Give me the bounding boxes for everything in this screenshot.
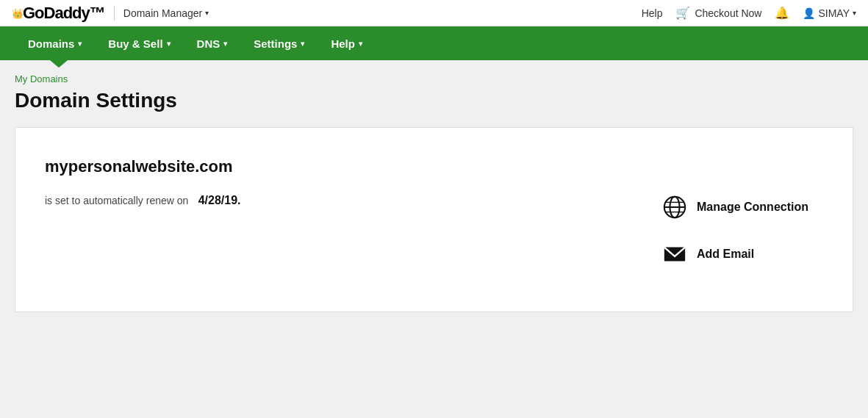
- cart-icon: 🛒: [675, 6, 690, 20]
- green-nav: Domains ▾ Buy & Sell ▾ DNS ▾ Settings ▾ …: [0, 26, 868, 60]
- nav-settings[interactable]: Settings ▾: [240, 26, 318, 60]
- manage-connection-label: Manage Connection: [697, 201, 808, 214]
- user-icon: 👤: [803, 7, 815, 19]
- add-email-button[interactable]: Add Email: [661, 241, 823, 267]
- top-bar-right: Help 🛒 Checkout Now 🔔 👤 SIMAY ▾: [642, 6, 856, 20]
- dns-chevron-icon: ▾: [223, 40, 227, 48]
- renew-date: 4/28/19.: [198, 194, 241, 206]
- domain-manager-dropdown[interactable]: Domain Manager ▾: [123, 7, 209, 19]
- card-actions: Manage Connection Add Email: [661, 194, 823, 267]
- card-left: is set to automatically renew on 4/28/19…: [45, 194, 632, 207]
- domain-card: mypersonalwebsite.com is set to automati…: [15, 127, 853, 312]
- domains-chevron-icon: ▾: [78, 40, 82, 48]
- globe-icon: [661, 194, 688, 220]
- nav-domains[interactable]: Domains ▾: [15, 26, 95, 60]
- vertical-divider: [114, 6, 115, 21]
- domain-name: mypersonalwebsite.com: [45, 157, 823, 176]
- user-chevron-icon: ▾: [853, 9, 856, 17]
- nav-help[interactable]: Help ▾: [318, 26, 376, 60]
- help-chevron-icon: ▾: [359, 40, 362, 48]
- logo-area: 👑GoDaddy™: [12, 4, 105, 23]
- top-bar: 👑GoDaddy™ Domain Manager ▾ Help 🛒 Checko…: [0, 0, 868, 26]
- breadcrumb[interactable]: My Domains: [15, 73, 68, 84]
- checkout-button[interactable]: 🛒 Checkout Now: [675, 6, 761, 20]
- help-link[interactable]: Help: [642, 7, 663, 19]
- add-email-label: Add Email: [697, 248, 754, 261]
- nav-buy-sell[interactable]: Buy & Sell ▾: [95, 26, 183, 60]
- nav-dns[interactable]: DNS ▾: [184, 26, 241, 60]
- content-area: My Domains Domain Settings mypersonalweb…: [0, 60, 868, 418]
- card-body: is set to automatically renew on 4/28/19…: [45, 194, 823, 267]
- renew-text: is set to automatically renew on: [45, 195, 188, 206]
- user-menu[interactable]: 👤 SIMAY ▾: [803, 7, 856, 19]
- settings-chevron-icon: ▾: [301, 40, 304, 48]
- godaddy-logo[interactable]: 👑GoDaddy™: [12, 4, 105, 23]
- email-icon: [661, 241, 688, 267]
- notifications-icon[interactable]: 🔔: [775, 6, 789, 20]
- chevron-down-icon: ▾: [205, 9, 209, 17]
- buy-sell-chevron-icon: ▾: [167, 40, 171, 48]
- manage-connection-button[interactable]: Manage Connection: [661, 194, 823, 220]
- page-title: Domain Settings: [15, 89, 853, 112]
